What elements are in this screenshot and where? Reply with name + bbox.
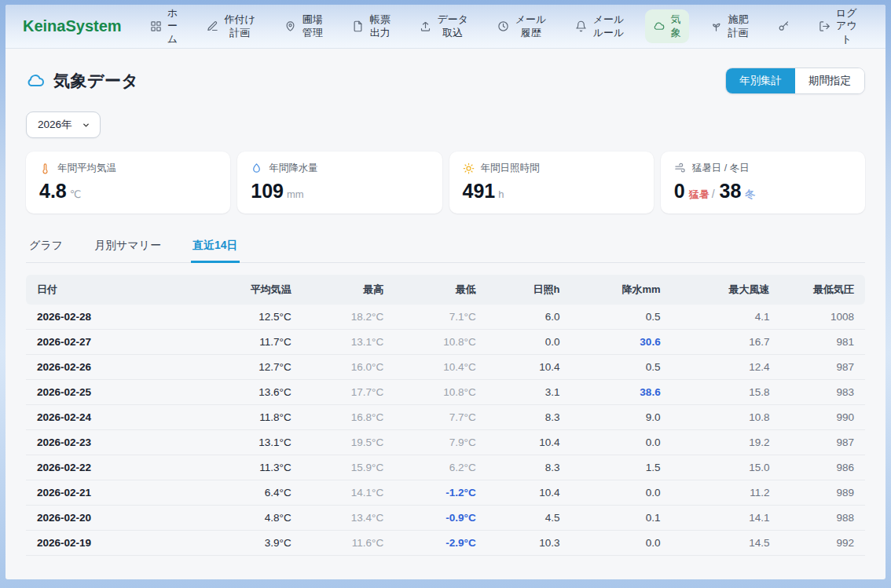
cloud-icon (653, 20, 665, 32)
logout-icon (819, 20, 830, 32)
cell-wind: 15.0 (664, 455, 773, 480)
cell-wind: 12.4 (664, 355, 773, 380)
nav-item-password[interactable] (770, 16, 798, 36)
cell-date: 2026-02-22 (26, 455, 194, 480)
cell-min: -2.9°C (387, 531, 478, 556)
tab-bar: グラフ月別サマリー直近14日 (26, 233, 865, 263)
cell-max: 17.7°C (295, 380, 387, 405)
nav-item-mail-rules[interactable]: メールルール (567, 9, 632, 43)
card-unit: mm (287, 188, 304, 200)
cold-days-label: 冬 (745, 188, 755, 200)
card-avg-temp: 年間平均気温 4.8℃ (26, 152, 230, 214)
cell-max: 13.4°C (295, 506, 387, 531)
card-extreme-days: 猛暑日 / 冬日 0猛暑/38冬 (661, 152, 865, 214)
tab-1[interactable]: 月別サマリー (93, 233, 163, 263)
cell-rain: 0.5 (563, 355, 663, 380)
cell-max: 16.0°C (295, 355, 387, 380)
nav-item-label: 作付け計画 (224, 13, 255, 39)
card-unit: h (498, 188, 504, 200)
nav-item-planting-plan[interactable]: 作付け計画 (199, 9, 263, 43)
cell-press: 986 (772, 455, 865, 480)
year-select[interactable]: 2026年 (26, 111, 101, 138)
card-label: 猛暑日 / 冬日 (692, 162, 750, 175)
stat-cards: 年間平均気温 4.8℃ 年間降水量 109mm (26, 152, 865, 214)
grid-icon (150, 20, 162, 32)
tab-0[interactable]: グラフ (28, 233, 64, 263)
cell-min: 10.8°C (387, 380, 478, 405)
cell-sun: 8.3 (479, 405, 563, 430)
cell-date: 2026-02-24 (26, 405, 194, 430)
nav-item-logout[interactable]: ログアウト (811, 5, 865, 49)
yearly-summary-button[interactable]: 年別集計 (726, 68, 795, 93)
top-nav: KeinaSystem ホーム作付け計画圃場管理帳票出力データ取込メール履歴メー… (6, 5, 886, 49)
cell-avg: 11.3°C (194, 455, 295, 480)
cell-rain: 0.0 (563, 430, 663, 455)
bell-icon (575, 20, 587, 32)
main-content: 気象データ 年別集計 期間指定 2026年 (6, 49, 886, 579)
column-header: 日付 (26, 275, 194, 305)
table-row: 2026-02-216.4°C14.1°C-1.2°C10.40.011.298… (26, 480, 865, 506)
map-pin-icon (284, 20, 296, 32)
cell-date: 2026-02-23 (26, 430, 194, 455)
brand-logo: KeinaSystem (23, 17, 122, 35)
cell-avg: 4.8°C (194, 506, 295, 531)
nav-item-label: メール履歴 (515, 13, 546, 39)
cell-avg: 11.7°C (194, 330, 295, 355)
cell-avg: 12.7°C (194, 355, 295, 380)
hot-days-label: 猛暑 (689, 188, 710, 200)
cell-wind: 10.8 (664, 405, 773, 430)
wind-icon (674, 163, 686, 174)
table-row: 2026-02-2211.3°C15.9°C6.2°C8.31.515.0986 (26, 455, 865, 480)
cell-rain: 0.1 (563, 506, 663, 531)
key-icon (778, 20, 790, 32)
card-unit: ℃ (70, 188, 82, 200)
cell-max: 14.1°C (295, 480, 387, 506)
cell-min: 10.4°C (387, 355, 478, 380)
cell-min: -0.9°C (387, 506, 478, 531)
cell-press: 992 (772, 531, 865, 556)
cell-rain: 9.0 (563, 405, 663, 430)
cold-days-value: 38 (720, 180, 742, 202)
app-window: KeinaSystem ホーム作付け計画圃場管理帳票出力データ取込メール履歴メー… (6, 5, 886, 579)
table-row: 2026-02-204.8°C13.4°C-0.9°C4.50.114.1988 (26, 506, 865, 531)
cell-avg: 6.4°C (194, 480, 295, 506)
cell-sun: 6.0 (479, 305, 563, 330)
nav-item-fertilizer-plan[interactable]: 施肥計画 (702, 9, 757, 43)
cell-date: 2026-02-20 (26, 506, 194, 531)
cell-wind: 19.2 (664, 430, 773, 455)
tab-2[interactable]: 直近14日 (191, 233, 240, 263)
cell-min: 7.7°C (387, 405, 478, 430)
nav-item-field-management[interactable]: 圃場管理 (277, 9, 331, 43)
cell-sun: 3.1 (479, 380, 563, 405)
cell-sun: 10.3 (479, 531, 563, 556)
period-select-button[interactable]: 期間指定 (795, 68, 864, 93)
chevron-down-icon (82, 121, 90, 130)
nav-item-label: メールルール (592, 13, 624, 39)
cell-date: 2026-02-25 (26, 380, 194, 405)
cell-date: 2026-02-26 (26, 355, 194, 380)
upload-icon (420, 20, 431, 32)
cell-rain: 0.0 (563, 480, 663, 506)
cell-date: 2026-02-28 (26, 305, 194, 330)
nav-item-weather[interactable]: 気象 (645, 9, 689, 43)
table-row: 2026-02-2711.7°C13.1°C10.8°C0.030.616.79… (26, 330, 865, 355)
cell-rain: 1.5 (563, 455, 663, 480)
history-icon (497, 20, 509, 32)
cell-wind: 4.1 (664, 305, 773, 330)
cell-avg: 13.6°C (194, 380, 295, 405)
cell-max: 13.1°C (295, 330, 387, 355)
cell-date: 2026-02-19 (26, 531, 194, 556)
year-select-value: 2026年 (38, 118, 72, 132)
cell-min: 7.1°C (387, 305, 478, 330)
sprout-icon (710, 20, 722, 32)
nav-item-mail-history[interactable]: メール履歴 (490, 9, 554, 43)
hot-days-value: 0 (674, 180, 685, 202)
nav-item-data-import[interactable]: データ取込 (412, 9, 476, 43)
card-value: 4.8 (39, 180, 67, 202)
page-title: 気象データ (53, 70, 138, 92)
nav-item-report-output[interactable]: 帳票出力 (344, 9, 398, 43)
cell-rain: 30.6 (563, 330, 663, 355)
cell-sun: 8.3 (479, 455, 563, 480)
nav-item-label: ホーム (167, 7, 178, 46)
nav-item-home[interactable]: ホーム (142, 5, 186, 49)
